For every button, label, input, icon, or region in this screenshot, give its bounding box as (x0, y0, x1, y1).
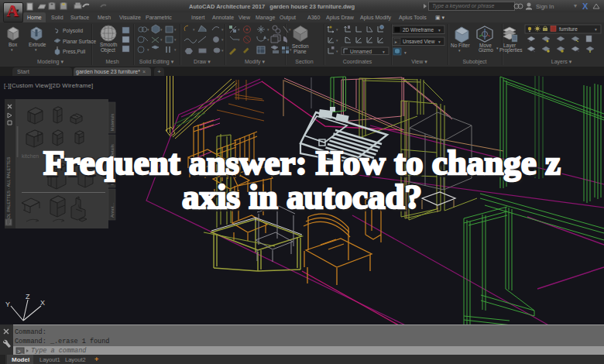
svg-text:>_: >_ (18, 349, 24, 355)
svg-text:Z: Z (26, 293, 30, 300)
svg-text:▾: ▾ (238, 37, 240, 42)
svg-text:Unnamed: Unnamed (350, 49, 372, 54)
svg-text:▾: ▾ (35, 47, 37, 52)
svg-text:furniture: furniture (559, 26, 578, 32)
svg-text:▾: ▾ (11, 47, 13, 52)
svg-text:▾: ▾ (221, 27, 224, 32)
svg-text:Smooth: Smooth (100, 42, 118, 47)
svg-text:▾: ▾ (221, 48, 224, 53)
svg-text:▸: ▸ (395, 39, 397, 44)
svg-text:▾: ▾ (438, 28, 441, 33)
svg-text:Y: Y (5, 300, 10, 308)
svg-text:▾: ▾ (496, 46, 499, 50)
svg-text:No Filter: No Filter (451, 43, 470, 48)
svg-text:▾: ▾ (289, 27, 291, 32)
svg-text:Box: Box (9, 42, 18, 47)
svg-text:Gizmo: Gizmo (479, 47, 493, 53)
svg-text:X: X (582, 2, 589, 11)
svg-text:Section: Section (292, 43, 309, 49)
svg-text:▾: ▾ (174, 27, 177, 32)
svg-text:▾: ▾ (267, 27, 269, 32)
svg-text:Unsaved View: Unsaved View (403, 39, 435, 44)
svg-text:▾: ▾ (336, 49, 338, 53)
svg-text:Properties: Properties (499, 47, 523, 53)
svg-text:X: X (40, 299, 45, 307)
svg-text:Press,Pull: Press,Pull (63, 49, 86, 54)
svg-text:▾: ▾ (193, 27, 195, 32)
svg-text:▾: ▾ (147, 27, 149, 32)
svg-text:▾: ▾ (221, 37, 224, 42)
svg-text:▾: ▾ (458, 48, 461, 53)
svg-text:▾: ▾ (267, 37, 269, 42)
svg-text:▾: ▾ (160, 37, 163, 42)
svg-text:▾: ▾ (438, 39, 441, 44)
svg-text:Sign In: Sign In (536, 3, 554, 10)
svg-text:▾: ▾ (336, 27, 338, 32)
svg-text:Plane: Plane (293, 49, 307, 54)
svg-text:Planar Surface: Planar Surface (63, 39, 96, 44)
svg-text:▾: ▾ (404, 50, 407, 55)
svg-text:▾: ▾ (383, 50, 385, 54)
svg-text:▾: ▾ (147, 47, 149, 52)
svg-text:Object: Object (101, 47, 115, 53)
svg-text:Materials: Materials (110, 113, 115, 131)
svg-text:▾: ▾ (160, 27, 163, 32)
svg-text:2D Wireframe: 2D Wireframe (403, 27, 434, 33)
svg-text:▾: ▾ (574, 2, 577, 9)
svg-text:Polysolid: Polysolid (63, 28, 83, 34)
svg-text:▾: ▾ (336, 38, 338, 43)
svg-text:▾: ▾ (595, 27, 597, 32)
svg-text:▾: ▾ (174, 37, 177, 42)
svg-text:Extrude: Extrude (29, 42, 46, 47)
svg-text:▾: ▾ (238, 27, 240, 32)
svg-text:▾: ▾ (174, 47, 177, 52)
